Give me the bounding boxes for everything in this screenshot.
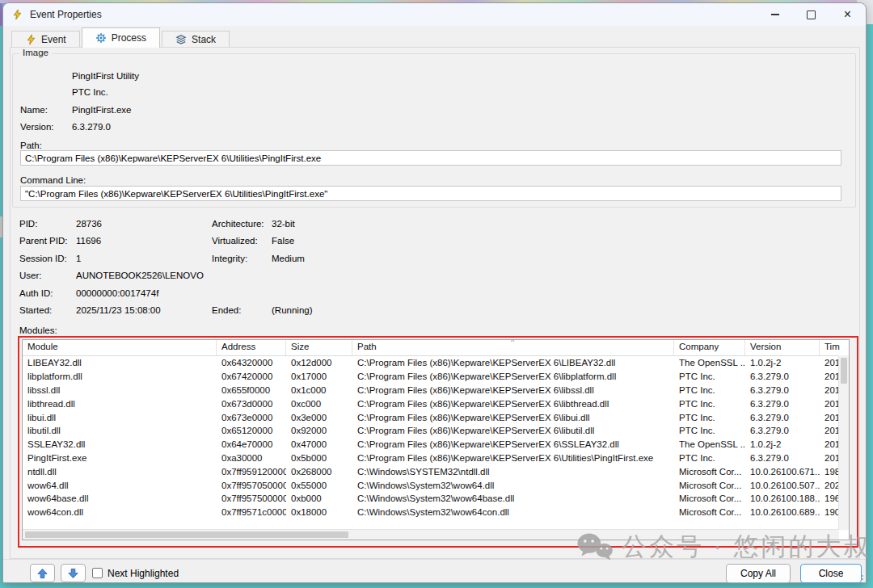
detail-label: Started: — [19, 305, 76, 315]
tab-process[interactable]: Process — [82, 27, 160, 48]
module-row[interactable]: libui.dll0x673e00000x3e000C:\Program Fil… — [23, 410, 849, 424]
tab-stack[interactable]: Stack — [162, 31, 230, 48]
window-title: Event Properties — [30, 9, 102, 20]
column-header-company[interactable]: Company — [674, 340, 745, 355]
module-row[interactable]: wow64con.dll0x7ff9571c00000x18000C:\Wind… — [23, 506, 849, 519]
module-row[interactable]: libthread.dll0x673d00000xc000C:\Program … — [23, 397, 849, 410]
detail-label: Integrity: — [212, 254, 272, 263]
module-cell: The OpenSSL ... — [674, 439, 745, 449]
gear-icon — [95, 32, 107, 44]
tab-event[interactable]: Event — [11, 31, 80, 48]
detail-row: Architecture:32-bit — [212, 219, 313, 236]
module-cell: 0x673e0000 — [217, 413, 286, 422]
module-cell: 10.0.26100.689... — [745, 507, 820, 517]
module-cell: libssl.dll — [23, 385, 217, 395]
maximize-button[interactable] — [793, 3, 829, 26]
module-cell: 0x655f0000 — [217, 385, 286, 395]
detail-value: 2025/11/23 15:08:00 — [76, 305, 161, 315]
detail-row: Started:2025/11/23 15:08:00 — [19, 305, 204, 322]
column-header-address[interactable]: Address — [217, 340, 286, 355]
module-cell: 6.3.279.0 — [745, 399, 820, 409]
arrow-down-icon — [68, 568, 78, 579]
module-cell: 0x12d000 — [286, 358, 352, 368]
module-row[interactable]: wow64base.dll0x7ff9575000000xb000C:\Wind… — [23, 492, 849, 506]
module-cell: ntdll.dll — [23, 467, 217, 477]
detail-label: Session ID: — [19, 254, 76, 263]
module-cell: C:\Program Files (x86)\Kepware\KEPServer… — [352, 385, 674, 395]
module-cell: C:\Windows\System32\wow64base.dll — [352, 494, 674, 503]
module-row[interactable]: libplatform.dll0x674200000x17000C:\Progr… — [23, 370, 849, 384]
detail-value: 32-bit — [272, 219, 295, 229]
next-highlighted-checkbox[interactable] — [92, 568, 103, 578]
close-window-button[interactable]: × — [829, 3, 866, 26]
details-left-column: PID:28736Parent PID:11696Session ID:1Use… — [19, 219, 204, 322]
column-header-module[interactable]: Module — [23, 340, 217, 355]
module-row[interactable]: libssl.dll0x655f00000x1c000C:\Program Fi… — [23, 384, 849, 397]
module-cell: 0x64320000 — [217, 358, 286, 368]
modules-table-header: ^ ModuleAddressSizePathCompanyVersionTim — [23, 340, 849, 356]
screen: { "window": { "title": "Event Properties… — [0, 0, 873, 588]
copy-all-button[interactable]: Copy All — [726, 564, 791, 583]
close-button[interactable]: Close — [800, 564, 862, 583]
vertical-scrollbar-thumb[interactable] — [841, 358, 847, 384]
module-row[interactable]: libutil.dll0x651200000x92000C:\Program F… — [23, 424, 849, 438]
detail-row: Session ID:1 — [19, 254, 204, 271]
detail-value: AUNOTEBOOK2526\LENOVO — [76, 271, 204, 280]
module-cell: 6.3.279.0 — [745, 385, 820, 395]
lightning-icon — [25, 34, 36, 45]
module-cell: 0x7ff957500000 — [217, 494, 286, 503]
module-cell: C:\Windows\SYSTEM32\ntdll.dll — [352, 467, 674, 477]
module-cell: libthread.dll — [23, 399, 217, 409]
module-cell: PTC Inc. — [674, 453, 745, 463]
module-row[interactable]: wow64.dll0x7ff9570500000x55000C:\Windows… — [23, 478, 849, 492]
module-cell: C:\Program Files (x86)\Kepware\KEPServer… — [352, 413, 674, 422]
module-cell: libutil.dll — [23, 426, 217, 435]
module-cell: C:\Program Files (x86)\Kepware\KEPServer… — [352, 358, 674, 368]
module-cell: 6.3.279.0 — [745, 426, 820, 435]
detail-value: 1 — [76, 254, 81, 263]
command-line-field[interactable]: "C:\Program Files (x86)\Kepware\KEPServe… — [20, 186, 841, 201]
module-cell: 10.0.26100.188... — [745, 494, 820, 503]
sort-ascending-icon: ^ — [511, 339, 514, 346]
detail-row — [212, 271, 313, 288]
previous-event-button[interactable] — [30, 564, 55, 582]
command-line-label: Command Line: — [20, 175, 86, 185]
stack-icon — [175, 34, 187, 45]
detail-value: False — [272, 236, 294, 246]
vertical-scrollbar[interactable] — [838, 355, 849, 530]
column-header-tim[interactable]: Tim — [820, 340, 850, 355]
modules-label: Modules: — [19, 326, 57, 335]
horizontal-scrollbar[interactable] — [23, 529, 839, 540]
detail-row: Integrity:Medium — [212, 254, 313, 271]
tab-strip: EventProcessStack — [11, 28, 230, 48]
module-cell: Microsoft Cor... — [674, 507, 745, 517]
detail-row: Ended:(Running) — [212, 305, 313, 322]
horizontal-scrollbar-thumb[interactable] — [25, 531, 348, 538]
module-row[interactable]: LIBEAY32.dll0x643200000x12d000C:\Program… — [23, 356, 849, 370]
module-cell: 0x67420000 — [217, 372, 286, 381]
module-cell: 0x17000 — [286, 372, 352, 381]
module-row[interactable]: ntdll.dll0x7ff9591200000x268000C:\Window… — [23, 464, 849, 478]
next-event-button[interactable] — [61, 564, 86, 582]
minimize-button[interactable] — [757, 3, 793, 26]
detail-label: Virtualized: — [212, 236, 272, 246]
detail-label: Auth ID: — [19, 288, 76, 298]
detail-value: Medium — [272, 254, 305, 263]
module-cell: SSLEAY32.dll — [23, 439, 217, 449]
module-row[interactable]: SSLEAY32.dll0x64e700000x47000C:\Program … — [23, 438, 849, 452]
tab-label: Stack — [192, 34, 216, 45]
module-cell: 0x18000 — [286, 507, 352, 517]
close-icon: × — [844, 8, 851, 21]
detail-label: PID: — [19, 219, 76, 229]
titlebar[interactable]: Event Properties × — [3, 3, 866, 26]
module-row[interactable]: PingItFirst.exe0xa300000x5b000C:\Program… — [23, 452, 849, 465]
path-field[interactable]: C:\Program Files (x86)\Kepware\KEPServer… — [20, 150, 841, 166]
module-cell: Microsoft Cor... — [674, 494, 745, 503]
module-cell: C:\Program Files (x86)\Kepware\KEPServer… — [352, 426, 674, 435]
column-header-size[interactable]: Size — [286, 340, 352, 355]
module-cell: 1.0.2j-2 — [745, 358, 820, 368]
next-highlighted-label: Next Highlighted — [108, 568, 179, 579]
modules-listview[interactable]: ^ ModuleAddressSizePathCompanyVersionTim… — [22, 339, 850, 540]
column-header-version[interactable]: Version — [745, 340, 820, 355]
detail-label: Ended: — [212, 305, 272, 315]
